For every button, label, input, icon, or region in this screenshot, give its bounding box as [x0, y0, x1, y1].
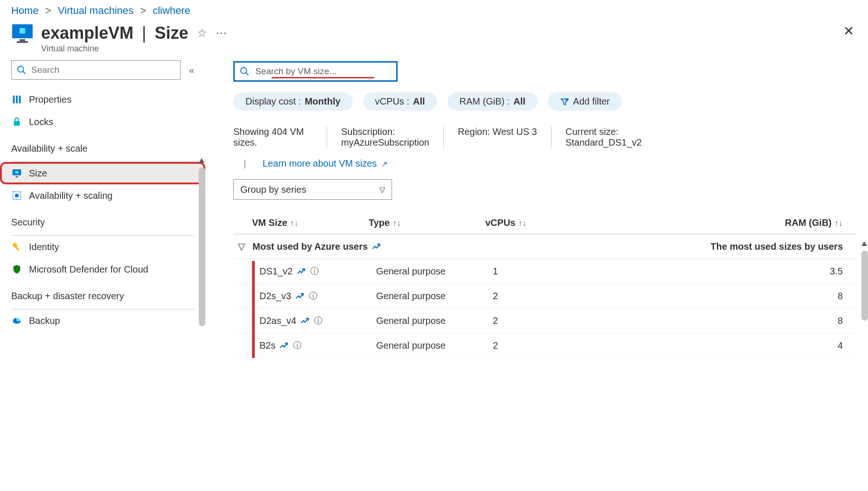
- sidebar-item-defender[interactable]: Microsoft Defender for Cloud: [0, 258, 205, 281]
- sidebar-item-size[interactable]: Size: [0, 162, 205, 184]
- main-scrollbar[interactable]: [861, 251, 868, 321]
- info-current-size: Current size: Standard_DS1_v2: [552, 126, 656, 148]
- page-header: exampleVM | Size ☆ ⋯ Virtual machine ✕: [0, 21, 868, 60]
- group-by-select[interactable]: Group by series ▽: [233, 179, 392, 200]
- favorite-star-icon[interactable]: ☆: [197, 27, 207, 40]
- svg-point-20: [241, 68, 247, 74]
- vm-size-search-input[interactable]: [254, 66, 392, 77]
- page-title-sep: |: [142, 23, 146, 43]
- cell-vm-size: DS1_v2ⓘ: [259, 266, 376, 277]
- breadcrumb-sep: >: [140, 5, 146, 16]
- trend-up-icon: [279, 341, 288, 350]
- add-filter-button[interactable]: Add filter: [548, 92, 622, 111]
- availability-icon: [11, 190, 22, 201]
- breadcrumb-home[interactable]: Home: [11, 5, 39, 16]
- more-icon[interactable]: ⋯: [216, 27, 227, 40]
- external-link-icon: ↗: [381, 160, 387, 168]
- shield-icon: [11, 264, 22, 275]
- group-description: The most used sizes by users: [711, 241, 843, 252]
- sidebar-item-label: Microsoft Defender for Cloud: [29, 264, 148, 275]
- group-by-value: Group by series: [240, 184, 306, 195]
- add-filter-label: Add filter: [573, 96, 610, 107]
- page-title-vm: exampleVM: [41, 23, 133, 43]
- scroll-up-icon[interactable]: [199, 158, 204, 163]
- sidebar-section-security: Security: [0, 207, 205, 232]
- learn-more-link[interactable]: Learn more about VM sizes ↗: [263, 158, 387, 168]
- cell-vcpus: 2: [493, 291, 609, 302]
- table-row[interactable]: DS1_v2ⓘGeneral purpose13.5: [233, 259, 857, 284]
- sidebar-scrollbar[interactable]: [199, 168, 205, 326]
- sidebar-item-backup[interactable]: Backup: [0, 309, 205, 332]
- table-row[interactable]: D2as_v4ⓘGeneral purpose28: [233, 309, 857, 333]
- column-vm-size[interactable]: VM Size↑↓: [252, 217, 369, 228]
- sidebar: « Properties Locks Availability + scale …: [0, 60, 205, 358]
- svg-point-19: [16, 318, 20, 322]
- info-region: Region: West US 3: [444, 126, 551, 137]
- column-ram[interactable]: RAM (GiB)↑↓: [602, 217, 857, 228]
- page-subtitle: Virtual machine: [41, 44, 227, 54]
- sidebar-section-backup: Backup + disaster recovery: [0, 281, 205, 306]
- svg-rect-11: [15, 171, 18, 174]
- svg-rect-12: [15, 176, 18, 177]
- sidebar-item-identity[interactable]: Identity: [0, 236, 205, 258]
- svg-rect-9: [14, 121, 20, 126]
- table-row[interactable]: B2sⓘGeneral purpose24: [233, 333, 857, 358]
- info-icon[interactable]: ⓘ: [293, 340, 301, 351]
- vm-size-search[interactable]: [233, 61, 398, 82]
- filter-ram[interactable]: RAM (GiB) : All: [448, 92, 538, 111]
- filter-vcpus[interactable]: vCPUs : All: [363, 92, 437, 111]
- vm-size-name: D2s_v3: [259, 291, 291, 302]
- filter-add-icon: [560, 97, 569, 106]
- table-header: VM Size↑↓ Type↑↓ vCPUs↑↓ RAM (GiB)↑↓: [233, 213, 857, 234]
- divider: |: [244, 158, 246, 168]
- filter-display-cost[interactable]: Display cost : Monthly: [233, 92, 353, 111]
- cell-vcpus: 1: [493, 266, 609, 277]
- cloud-backup-icon: [11, 315, 22, 326]
- chevron-down-icon: ▽: [379, 185, 385, 194]
- info-icon[interactable]: ⓘ: [314, 315, 322, 326]
- main-content: Display cost : Monthly vCPUs : All RAM (…: [205, 60, 868, 358]
- sidebar-item-availability-scaling[interactable]: Availability + scaling: [0, 184, 205, 207]
- sidebar-item-label: Backup: [29, 316, 60, 326]
- cell-ram: 8: [609, 316, 857, 326]
- collapse-sidebar-icon[interactable]: «: [189, 65, 194, 76]
- info-region-label: Region:: [458, 126, 490, 137]
- search-icon: [16, 65, 27, 75]
- sidebar-search[interactable]: [11, 60, 181, 80]
- table-row[interactable]: D2s_v3ⓘGeneral purpose28: [233, 284, 857, 309]
- sidebar-item-locks[interactable]: Locks: [0, 111, 205, 133]
- cell-ram: 4: [609, 340, 857, 351]
- close-icon[interactable]: ✕: [843, 23, 857, 39]
- highlight-annotation: [272, 77, 374, 78]
- sidebar-item-label: Size: [29, 168, 47, 179]
- info-icon[interactable]: ⓘ: [310, 266, 319, 277]
- filter-value: All: [513, 96, 525, 107]
- column-type[interactable]: Type↑↓: [369, 217, 485, 228]
- info-icon[interactable]: ⓘ: [309, 290, 317, 302]
- page-title-section: Size: [154, 23, 188, 43]
- column-vcpus[interactable]: vCPUs↑↓: [485, 217, 602, 228]
- cell-vm-size: B2sⓘ: [259, 340, 376, 351]
- trend-up-icon: [295, 291, 304, 301]
- info-current-value: Standard_DS1_v2: [566, 137, 642, 148]
- scroll-up-icon[interactable]: [861, 241, 867, 246]
- info-subscription: Subscription: myAzureSubscription: [327, 126, 443, 148]
- cell-type: General purpose: [376, 266, 493, 277]
- breadcrumb-current[interactable]: cliwhere: [153, 5, 190, 16]
- breadcrumb: Home > Virtual machines > cliwhere: [0, 0, 868, 21]
- sort-icon: ↑↓: [290, 218, 299, 228]
- breadcrumb-vms[interactable]: Virtual machines: [58, 5, 133, 16]
- svg-rect-2: [20, 39, 25, 41]
- group-name: Most used by Azure users: [252, 241, 368, 252]
- table-group-row[interactable]: ▽ Most used by Azure users The most used…: [233, 234, 857, 259]
- vm-size-name: DS1_v2: [259, 266, 293, 277]
- svg-rect-6: [13, 96, 15, 104]
- sidebar-search-input[interactable]: [30, 64, 175, 76]
- sort-icon: ↑↓: [518, 218, 526, 228]
- filter-label: RAM (GiB) :: [460, 96, 510, 107]
- filter-label: vCPUs :: [375, 96, 409, 107]
- sidebar-item-label: Identity: [29, 242, 59, 253]
- key-icon: [11, 241, 22, 253]
- sidebar-item-properties[interactable]: Properties: [0, 88, 205, 111]
- trend-up-icon: [296, 267, 306, 276]
